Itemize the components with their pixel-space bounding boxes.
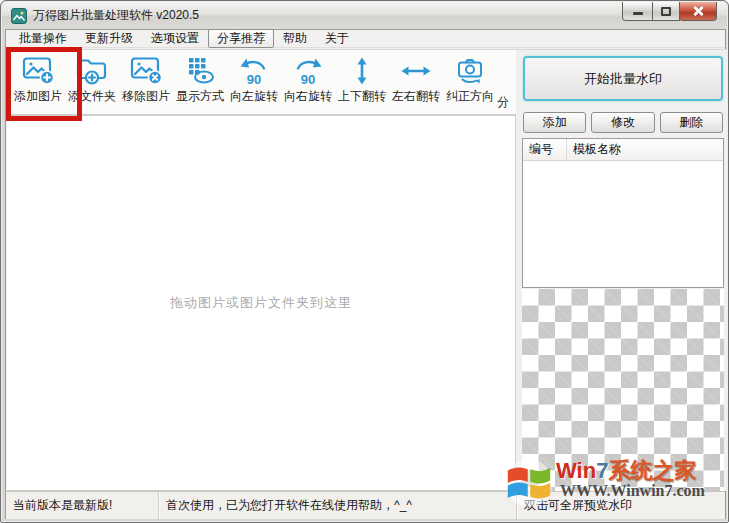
toolbar-remove-image[interactable]: 移除图片 [119,54,173,105]
template-edit-button[interactable]: 修改 [591,112,654,133]
template-delete-button[interactable]: 删除 [660,112,723,133]
menu-update[interactable]: 更新升级 [76,29,142,48]
status-preview-hint: 双击可全屏预览水印 [517,492,725,519]
status-message: 首次使用，已为您打开软件在线使用帮助，^_^ [159,492,517,519]
minimize-button[interactable] [622,2,653,21]
add-folder-icon [70,56,114,86]
maximize-button[interactable] [652,2,680,21]
status-bar: 当前版本是最新版! 首次使用，已为您打开软件在线使用帮助，^_^ 双击可全屏预览… [6,491,725,519]
template-actions: 添加 修改 删除 [523,112,723,133]
column-header-number[interactable]: 编号 [523,139,567,160]
template-table-header: 编号 模板名称 [523,139,723,161]
toolbar-add-image[interactable]: 添加图片 [11,54,65,105]
menu-batch-ops[interactable]: 批量操作 [10,29,76,48]
rotate-90-label: 90 [247,72,261,86]
flip-horizontal-icon [394,56,438,86]
watermark-preview-area[interactable] [522,289,724,492]
fix-orientation-icon [448,56,492,86]
close-button[interactable] [679,2,717,21]
toolbar-label: 显示方式 [176,88,224,105]
toolbar-add-folder[interactable]: 添文件夹 [65,54,119,105]
toolbar-label: 向右旋转 [284,88,332,105]
start-batch-watermark-button[interactable]: 开始批量水印 [523,56,723,101]
toolbar-label: 添文件夹 [68,88,116,105]
app-logo-icon [11,8,27,24]
toolbar-label: 左右翻转 [392,88,440,105]
image-drop-zone[interactable]: 拖动图片或图片文件夹到这里 [7,115,516,491]
menu-bar: 批量操作 更新升级 选项设置 分享推荐 帮助 关于 [6,30,725,48]
minimize-icon [633,12,643,15]
toolbar-rotate-right[interactable]: 90 向右旋转 [281,54,335,105]
title-bar[interactable]: 万得图片批量处理软件 v2020.5 [2,2,727,29]
status-version: 当前版本是最新版! [6,492,159,519]
rotate-90-label: 90 [301,72,315,86]
maximize-icon [661,7,671,16]
toolbar-label: 向左旋转 [230,88,278,105]
app-window: 万得图片批量处理软件 v2020.5 批量操作 更新升级 选项设置 分享推荐 帮… [0,0,729,523]
toolbar-flip-vertical[interactable]: 上下翻转 [335,54,389,105]
toolbar-label: 纠正方向 [446,88,494,105]
menu-options[interactable]: 选项设置 [142,29,208,48]
template-list[interactable] [523,161,723,287]
menu-about[interactable]: 关于 [316,29,358,48]
close-icon [692,5,704,17]
toolbar-display-mode[interactable]: 显示方式 [173,54,227,105]
watermark-panel: 开始批量水印 添加 修改 删除 编号 模板名称 [516,49,727,491]
toolbar-label: 移除图片 [122,88,170,105]
toolbar-flip-horizontal[interactable]: 左右翻转 [389,54,443,105]
toolbar-label: 添加图片 [14,88,62,105]
remove-image-icon [124,56,168,86]
rotate-right-icon: 90 [286,56,330,86]
window-controls [623,2,717,21]
template-table: 编号 模板名称 [522,138,724,288]
window-title: 万得图片批量处理软件 v2020.5 [33,7,199,24]
rotate-left-icon: 90 [232,56,276,86]
toolbar-overflow-label: 分 [497,94,509,111]
toolbar-fix-orientation[interactable]: 纠正方向 [443,54,497,105]
menu-share[interactable]: 分享推荐 [208,29,274,48]
toolbar-label: 上下翻转 [338,88,386,105]
add-image-icon [16,56,60,86]
flip-vertical-icon [340,56,384,86]
toolbar: 添加图片 添文件夹 移除图片 [6,49,516,115]
toolbar-overflow-item[interactable]: 分 [497,54,516,111]
column-header-template-name[interactable]: 模板名称 [567,139,723,160]
toolbar-rotate-left[interactable]: 90 向左旋转 [227,54,281,105]
template-add-button[interactable]: 添加 [523,112,586,133]
drop-zone-hint: 拖动图片或图片文件夹到这里 [170,294,352,312]
menu-help[interactable]: 帮助 [274,29,316,48]
window-content: 批量操作 更新升级 选项设置 分享推荐 帮助 关于 添加图片 [5,29,726,519]
display-mode-icon [178,56,222,86]
